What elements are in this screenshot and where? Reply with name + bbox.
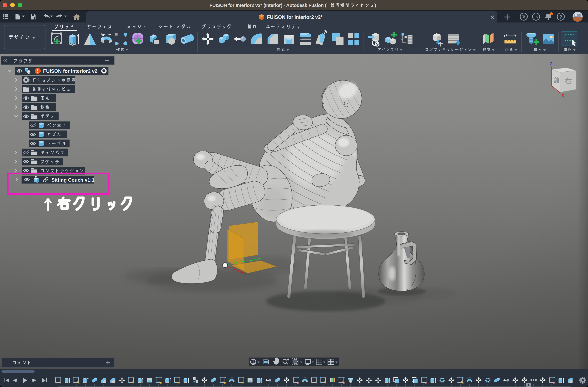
svg-text:X: X (561, 93, 564, 98)
svg-text:Z: Z (550, 62, 552, 66)
svg-text:FUISON for Interior2 v2: FUISON for Interior2 v2 (43, 68, 98, 74)
svg-text:FUISON for Interior2 v2*: FUISON for Interior2 v2* (267, 14, 323, 20)
svg-text:): ) (375, 2, 376, 8)
svg-text:?: ? (560, 14, 562, 20)
svg-text:FUISON for Interior2 v2* (Inte: FUISON for Interior2 v2* (Interior) - Au… (210, 3, 327, 8)
svg-text:Sitting Couch v1:1: Sitting Couch v1:1 (51, 177, 94, 183)
